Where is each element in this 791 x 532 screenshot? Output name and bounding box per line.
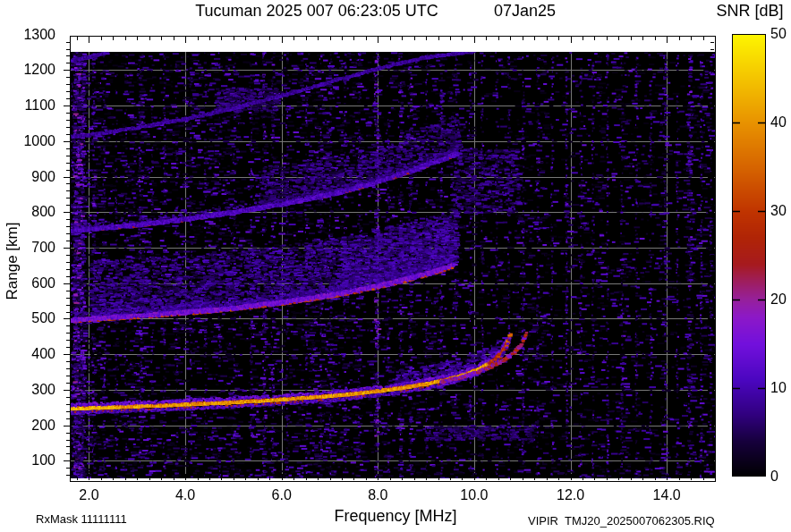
y-tick-label: 1000: [0, 133, 55, 149]
x-tick-label: 8.0: [358, 487, 397, 503]
filename-label: VIPIR TMJ20_2025007062305.RIQ: [528, 514, 715, 528]
y-tick-label: 700: [0, 240, 55, 256]
y-tick-label: 400: [0, 346, 55, 362]
y-tick-label: 600: [0, 275, 55, 291]
ionogram-page: Tucuman 2025 007 06:23:05 UTC 07Jan25 SN…: [0, 0, 791, 532]
colorbar-tick-label: 10: [770, 380, 787, 396]
y-tick-label: 1100: [0, 97, 55, 114]
plot-date: 07Jan25: [494, 2, 556, 21]
y-tick-label: 500: [0, 310, 55, 326]
y-tick-label: 1200: [0, 62, 55, 78]
x-tick-label: 2.0: [69, 487, 108, 503]
x-tick-label: 10.0: [455, 487, 494, 503]
colorbar-tick-label: 50: [770, 26, 787, 42]
colorbar-tick-label: 20: [770, 291, 787, 308]
ionogram-canvas: [0, 0, 791, 532]
y-tick-label: 100: [0, 452, 55, 469]
y-tick-label: 300: [0, 382, 55, 398]
x-axis-label: Frequency [MHz]: [306, 507, 485, 526]
y-tick-label: 1300: [0, 27, 55, 43]
y-tick-label: 200: [0, 418, 55, 434]
x-tick-label: 14.0: [647, 487, 686, 503]
colorbar-tick-label: 0: [770, 469, 778, 485]
x-tick-label: 12.0: [551, 487, 591, 503]
rxmask-label: RxMask 11111111: [36, 512, 127, 526]
y-axis-label: Range [km]: [4, 207, 21, 315]
plot-title: Tucuman 2025 007 06:23:05 UTC: [138, 2, 496, 21]
y-tick-label: 900: [0, 169, 55, 185]
x-tick-label: 6.0: [262, 487, 302, 503]
colorbar-title: SNR [dB]: [705, 2, 791, 21]
y-tick-label: 800: [0, 204, 55, 220]
x-tick-label: 4.0: [166, 487, 205, 503]
colorbar-tick-label: 40: [770, 114, 787, 131]
colorbar-tick-label: 30: [770, 203, 787, 219]
